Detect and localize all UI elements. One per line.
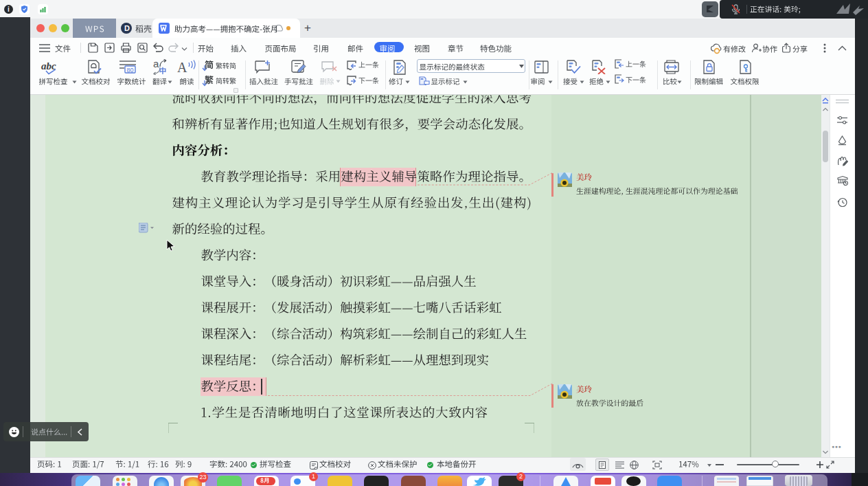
svg-text:80: 80 xyxy=(127,67,134,74)
